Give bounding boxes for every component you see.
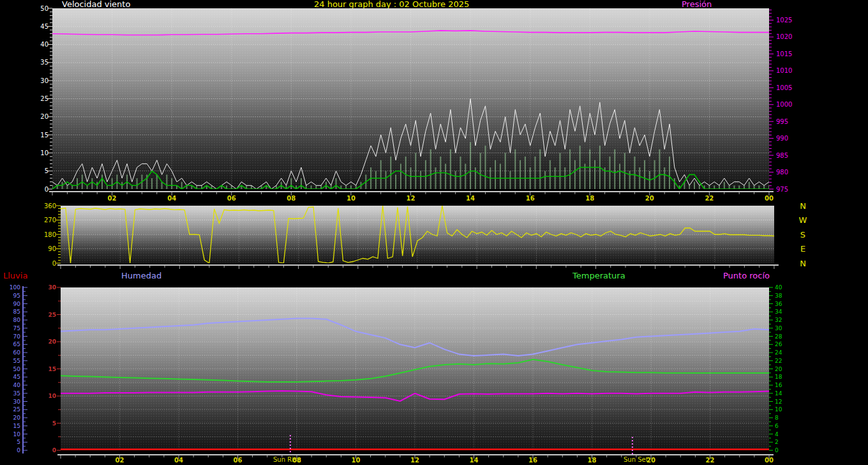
direction-axis-label: 90 <box>48 245 56 252</box>
x-axis-label: 18 <box>585 195 594 202</box>
rain-axis-label: 5 <box>52 420 56 427</box>
compass-letter: N <box>800 201 806 211</box>
direction-axis-label: 0 <box>52 260 56 267</box>
temp-axis-label: 38 <box>775 293 782 299</box>
x-axis-label: 16 <box>528 457 537 464</box>
rain-axis-label: 10 <box>48 393 56 399</box>
temp-axis-label: 32 <box>775 317 782 323</box>
humidity-axis-label: 85 <box>13 309 20 315</box>
pressure-axis-label: 1005 <box>776 84 792 91</box>
rain-axis-label: 30 <box>48 284 56 291</box>
x-axis-label: 02 <box>108 195 117 202</box>
pressure-axis-label: 980 <box>776 169 788 176</box>
compass-letter: E <box>800 244 805 254</box>
wind-axis-label: 40 <box>40 41 49 48</box>
temp-axis-label: 8 <box>775 415 779 421</box>
temp-axis-label: 20 <box>775 366 782 372</box>
x-axis-label: 22 <box>705 195 714 202</box>
weather-graph-screen: Velocidad viento 24 hour graph day : 02 … <box>0 0 868 465</box>
pressure-axis-label: 1025 <box>776 17 792 24</box>
x-axis-bar <box>57 264 779 266</box>
humidity-axis-label: 30 <box>13 399 21 405</box>
temp-axis-label: 14 <box>775 390 782 397</box>
temp-axis-label: 22 <box>775 358 782 364</box>
x-axis-label: 12 <box>410 457 419 464</box>
x-axis-label: 00 <box>765 457 774 464</box>
temp-axis-label: 10 <box>775 406 782 413</box>
temp-axis-label: 4 <box>775 431 779 438</box>
temp-axis-label: 30 <box>775 325 782 332</box>
humidity-axis-label: 40 <box>13 382 21 388</box>
humidity-axis-label: 15 <box>13 423 20 429</box>
temp-axis-label: 16 <box>775 382 782 388</box>
temp-axis-label: 26 <box>775 341 782 347</box>
x-axis-label: 18 <box>588 457 597 464</box>
x-axis-label: 06 <box>234 457 243 464</box>
x-axis-label: 04 <box>167 195 176 202</box>
x-axis-label: 22 <box>706 457 715 464</box>
rain-axis-label: 15 <box>48 366 56 372</box>
humidity-axis-label: 35 <box>13 390 20 397</box>
pressure-axis-label: 1020 <box>776 33 792 40</box>
humidity-axis-label: 100 <box>10 284 20 291</box>
direction-axis-label: 180 <box>44 231 56 238</box>
x-axis-label: 14 <box>466 195 475 202</box>
humidity-axis-label: 70 <box>13 333 21 340</box>
x-axis-bar <box>49 191 774 192</box>
temp-axis-label: 12 <box>775 399 782 405</box>
wind-axis-label: 20 <box>40 113 49 120</box>
humidity-axis-label: 5 <box>17 439 20 445</box>
wind-axis-label: 45 <box>40 23 49 30</box>
pressure-axis-label: 985 <box>776 152 788 159</box>
x-axis-label: 20 <box>647 457 655 464</box>
temp-axis-label: 36 <box>775 301 782 307</box>
compass-letter: S <box>800 230 805 240</box>
temp-axis-label: 0 <box>775 447 779 454</box>
temp-axis-label: 40 <box>775 284 782 291</box>
temp-axis-label: 34 <box>775 309 782 315</box>
axes-overlay: 5045403530252015105010251020101510101005… <box>0 0 868 465</box>
pressure-axis-label: 975 <box>776 186 788 193</box>
x-axis-label: 08 <box>287 195 296 202</box>
temp-axis-label: 6 <box>775 423 779 429</box>
pressure-axis-label: 1010 <box>776 67 792 74</box>
wind-axis-label: 10 <box>40 149 49 156</box>
rain-axis-label: 0 <box>52 447 56 454</box>
pressure-axis-label: 1000 <box>776 101 792 108</box>
humidity-axis-label: 0 <box>17 447 20 454</box>
humidity-axis-label: 95 <box>13 293 20 299</box>
wind-axis-label: 35 <box>40 59 49 66</box>
x-axis-bar <box>57 454 774 455</box>
humidity-axis-label: 25 <box>13 406 20 413</box>
humidity-axis-label: 20 <box>13 415 21 421</box>
x-axis-label: 14 <box>470 457 479 464</box>
temp-axis-label: 2 <box>775 439 779 445</box>
humidity-axis-label: 80 <box>13 317 21 323</box>
wind-axis-label: 15 <box>40 132 49 139</box>
x-axis-label: 10 <box>352 457 361 464</box>
x-axis-label: 02 <box>116 457 124 464</box>
pressure-axis-label: 990 <box>776 135 788 142</box>
humidity-axis-label: 55 <box>13 358 20 364</box>
humidity-axis-label: 90 <box>13 301 21 307</box>
compass-letter: W <box>799 215 807 225</box>
temp-axis-label: 28 <box>775 333 782 340</box>
direction-axis-label: 360 <box>44 202 56 210</box>
temp-axis-label: 18 <box>775 374 782 380</box>
humidity-axis-label: 50 <box>13 366 21 372</box>
x-axis-label: 00 <box>765 195 774 202</box>
pressure-axis-label: 1015 <box>776 50 792 57</box>
x-axis-label: 20 <box>645 195 654 202</box>
pressure-axis-label: 995 <box>776 118 788 125</box>
humidity-axis-label: 75 <box>13 325 20 332</box>
x-axis-label: 04 <box>174 457 183 464</box>
x-axis-label: 08 <box>292 457 301 464</box>
humidity-axis-label: 45 <box>13 374 20 380</box>
humidity-axis-label: 60 <box>13 349 21 356</box>
x-axis-label: 16 <box>526 195 535 202</box>
x-axis-label: 06 <box>227 195 236 202</box>
rain-axis-label: 20 <box>48 339 56 345</box>
x-axis-label: 10 <box>347 195 355 202</box>
humidity-axis-label: 65 <box>13 341 20 347</box>
wind-axis-label: 25 <box>40 95 49 102</box>
